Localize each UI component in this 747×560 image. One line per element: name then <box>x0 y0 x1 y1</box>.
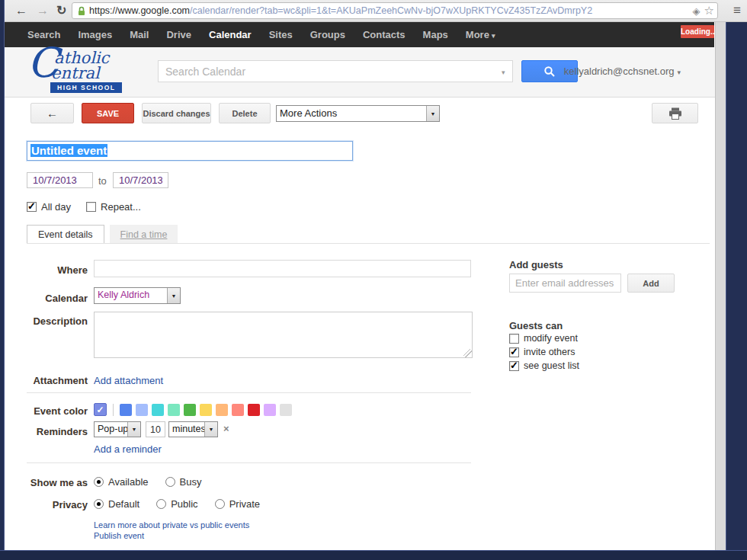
publish-event-link[interactable]: Publish event <box>94 531 144 540</box>
all-day-label[interactable]: All day <box>41 201 71 213</box>
event-title-input[interactable]: Untitled event <box>27 141 353 161</box>
modify-event-label[interactable]: modify event <box>524 333 578 344</box>
privacy-default-radio[interactable] <box>94 499 104 509</box>
privacy-label: Privacy <box>23 499 88 510</box>
discard-changes-button[interactable]: Discard changes <box>142 103 211 123</box>
busy-label[interactable]: Busy <box>180 476 202 488</box>
color-swatch-graphite[interactable] <box>280 404 292 416</box>
select-arrow-icon: ▼ <box>426 106 439 121</box>
window-frame-bottom <box>0 550 747 560</box>
nav-item-drive[interactable]: Drive <box>166 29 191 40</box>
color-swatch-tangerine[interactable] <box>216 404 228 416</box>
invite-others-label[interactable]: invite others <box>524 347 575 357</box>
event-tabs: Event details Find a time <box>27 225 178 244</box>
busy-radio[interactable] <box>165 477 175 487</box>
calendar-label: Calendar <box>23 293 88 304</box>
back-arrow-icon: ← <box>46 107 58 120</box>
browser-back-icon[interactable]: ← <box>15 2 27 19</box>
more-actions-select[interactable]: More Actions ▼ <box>276 105 440 122</box>
delete-button[interactable]: Delete <box>219 103 271 123</box>
bookmark-diamond-icon[interactable]: ◈ <box>693 5 701 17</box>
add-guests-heading: Add guests <box>509 259 563 270</box>
https-lock-icon <box>78 6 85 16</box>
color-swatch-tomato[interactable] <box>248 404 260 416</box>
back-button[interactable]: ← <box>30 103 74 123</box>
color-swatch-banana[interactable] <box>200 404 212 416</box>
swatch-divider <box>113 404 114 416</box>
see-guest-list-label[interactable]: see guest list <box>524 360 579 371</box>
page-scrollbar[interactable] <box>715 22 726 550</box>
bookmark-star-icon[interactable]: ☆ <box>704 4 714 18</box>
browser-refresh-icon[interactable]: ↻ <box>56 2 66 19</box>
color-swatch-sage[interactable] <box>168 404 180 416</box>
privacy-private-radio[interactable] <box>215 499 225 509</box>
nav-item-groups[interactable]: Groups <box>310 29 345 40</box>
save-button[interactable]: SAVE <box>82 103 134 123</box>
end-date-input[interactable] <box>113 172 168 188</box>
browser-forward-icon[interactable]: → <box>37 2 49 19</box>
event-color-label: Event color <box>23 405 88 417</box>
description-label: Description <box>23 315 88 327</box>
add-guest-button[interactable]: Add <box>627 274 675 293</box>
privacy-learn-more-link[interactable]: Learn more about private vs public event… <box>94 520 249 530</box>
school-logo[interactable]: C atholic entral HIGH SCHOOL <box>27 49 142 96</box>
available-radio[interactable] <box>94 477 104 487</box>
add-a-reminder-link[interactable]: Add a reminder <box>94 443 162 455</box>
nav-item-contacts[interactable]: Contacts <box>363 29 406 40</box>
modify-event-checkbox[interactable] <box>509 334 519 344</box>
where-label: Where <box>23 264 88 276</box>
reminder-unit-select[interactable]: minutes ▼ <box>168 421 218 437</box>
privacy-public-radio[interactable] <box>156 499 166 509</box>
tab-event-details[interactable]: Event details <box>27 225 104 244</box>
search-calendar-input[interactable] <box>158 60 513 82</box>
select-arrow-icon: ▼ <box>204 422 217 437</box>
add-attachment-link[interactable]: Add attachment <box>94 375 163 386</box>
available-label[interactable]: Available <box>108 476 149 488</box>
event-color-picker: ✓ <box>94 403 292 416</box>
attachment-label: Attachment <box>23 375 88 386</box>
color-swatch-peacock[interactable] <box>152 404 164 416</box>
remove-reminder-icon[interactable]: × <box>223 423 229 434</box>
guest-email-input[interactable] <box>509 274 621 293</box>
address-bar[interactable]: https://www.google.com/calendar/render?t… <box>72 2 718 19</box>
reminder-count-input[interactable] <box>146 421 165 437</box>
nav-item-mail[interactable]: Mail <box>130 29 149 40</box>
reminder-method-select[interactable]: Pop-up ▼ <box>94 421 141 437</box>
reminders-label: Reminders <box>23 426 88 437</box>
account-email: kellyaldrich@cchsnet.org <box>564 66 675 77</box>
tab-find-a-time[interactable]: Find a time <box>110 225 178 244</box>
color-swatch-lavender[interactable] <box>136 404 148 416</box>
nav-item-calendar[interactable]: Calendar <box>209 29 252 40</box>
repeat-label[interactable]: Repeat... <box>101 201 141 213</box>
start-date-input[interactable] <box>27 172 93 188</box>
privacy-public-label[interactable]: Public <box>171 498 197 510</box>
search-dropdown-caret-icon[interactable]: ▾ <box>502 69 505 76</box>
nav-item-sites[interactable]: Sites <box>269 29 293 40</box>
browser-menu-icon[interactable]: ≡ <box>733 3 741 18</box>
nav-item-images[interactable]: Images <box>78 29 112 40</box>
nav-item-maps[interactable]: Maps <box>423 29 448 40</box>
print-button[interactable] <box>652 103 698 123</box>
account-menu[interactable]: kellyaldrich@cchsnet.org▾ <box>564 66 681 77</box>
where-input[interactable] <box>94 260 471 277</box>
guests-can-option-row: invite others <box>509 347 575 357</box>
privacy-default-label[interactable]: Default <box>108 498 139 510</box>
repeat-checkbox[interactable] <box>86 202 96 212</box>
calendar-select[interactable]: Kelly Aldrich ▼ <box>94 287 181 304</box>
section-divider <box>27 392 471 393</box>
all-day-checkbox[interactable] <box>27 202 37 212</box>
color-swatch-flamingo[interactable] <box>232 404 244 416</box>
see-guest-list-checkbox[interactable] <box>509 361 519 371</box>
nav-item-more[interactable]: More▾ <box>466 29 495 40</box>
reminder-method-value: Pop-up <box>95 422 127 437</box>
color-swatch-blueberry[interactable] <box>120 404 132 416</box>
search-icon <box>543 66 556 78</box>
color-swatch-basil[interactable] <box>184 404 196 416</box>
privacy-private-label[interactable]: Private <box>229 498 260 510</box>
invite-others-checkbox[interactable] <box>509 347 519 357</box>
description-textarea[interactable] <box>94 312 473 358</box>
more-actions-value: More Actions <box>277 106 426 121</box>
color-swatch-grape[interactable] <box>264 404 276 416</box>
reminder-unit-value: minutes <box>169 422 204 437</box>
default-color-swatch-selected[interactable]: ✓ <box>94 403 107 416</box>
